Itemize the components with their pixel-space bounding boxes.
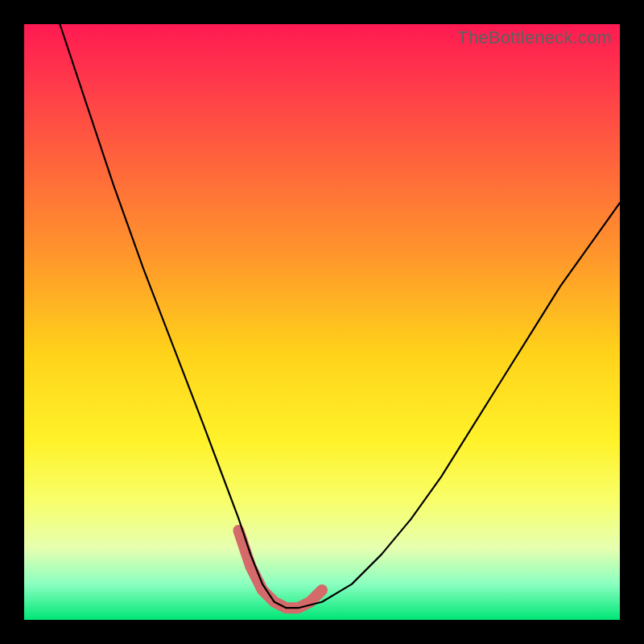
optimal-zone-highlight	[238, 530, 322, 608]
chart-frame: TheBottleneck.com	[0, 0, 644, 644]
bottleneck-curve	[60, 24, 620, 608]
curve-layer	[24, 24, 620, 620]
plot-area: TheBottleneck.com	[24, 24, 620, 620]
